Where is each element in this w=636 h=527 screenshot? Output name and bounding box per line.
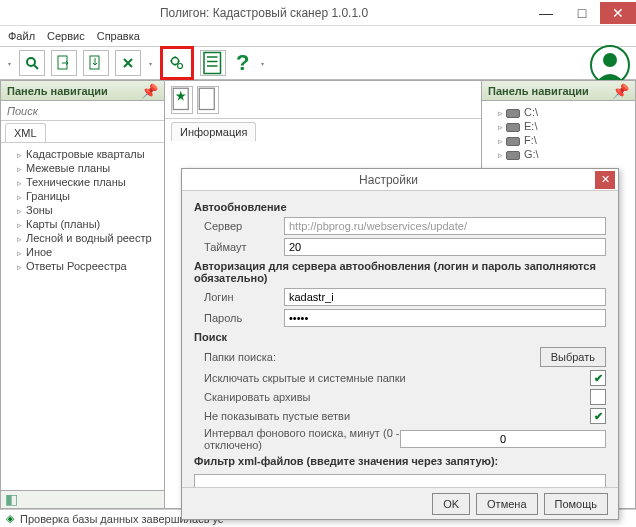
cancel-button[interactable]: Отмена — [476, 493, 537, 515]
next-doc-icon[interactable] — [51, 50, 77, 76]
login-input[interactable] — [284, 288, 606, 306]
dialog-close-icon[interactable]: ✕ — [595, 171, 615, 189]
close-button[interactable]: ✕ — [600, 2, 636, 24]
tree-item[interactable]: Границы — [7, 189, 158, 203]
opt-archive-label: Сканировать архивы — [194, 391, 590, 403]
opt-empty-label: Не показывать пустые ветви — [194, 410, 590, 422]
nav-tree: Кадастровые кварталы Межевые планы Техни… — [1, 143, 164, 490]
tree-item[interactable]: Кадастровые кварталы — [7, 147, 158, 161]
tab-xml[interactable]: XML — [5, 123, 46, 142]
filter-input[interactable] — [194, 474, 606, 487]
ok-button[interactable]: OK — [432, 493, 470, 515]
svg-line-1 — [34, 65, 38, 69]
settings-highlight — [160, 46, 194, 80]
window-title: Полигон: Кадастровый сканер 1.0.1.0 — [0, 6, 528, 20]
drive-icon — [506, 137, 520, 146]
dialog-title: Настройки — [182, 173, 595, 187]
left-nav-panel: Панель навигации📌 XML Кадастровые кварта… — [0, 80, 165, 509]
menu-service[interactable]: Сервис — [47, 30, 85, 42]
folders-label: Папки поиска: — [194, 351, 540, 363]
drive-item[interactable]: E:\ — [488, 119, 629, 133]
left-panel-title: Панель навигации — [7, 85, 108, 97]
svg-rect-10 — [204, 53, 221, 74]
drive-icon — [506, 123, 520, 132]
server-input[interactable] — [284, 217, 606, 235]
svg-point-0 — [27, 58, 35, 66]
tree-item[interactable]: Ответы Росреестра — [7, 259, 158, 273]
nav-search-input[interactable] — [1, 101, 164, 120]
maximize-button[interactable]: □ — [564, 2, 600, 24]
interval-label: Интервал фонового поиска, минут (0 - отк… — [194, 427, 400, 451]
tree-item[interactable]: Иное — [7, 245, 158, 259]
nav-footer-icon[interactable]: ◧ — [1, 490, 164, 508]
timeout-input[interactable] — [284, 238, 606, 256]
blank-doc-icon[interactable] — [197, 86, 219, 114]
choose-button[interactable]: Выбрать — [540, 347, 606, 367]
help-icon[interactable]: ? — [232, 50, 253, 76]
pin-icon[interactable]: 📌 — [612, 83, 629, 99]
delete-icon[interactable] — [115, 50, 141, 76]
right-panel-title: Панель навигации — [488, 85, 589, 97]
user-avatar-icon[interactable] — [590, 45, 630, 85]
opt-hidden-label: Исключать скрытые и системные папки — [194, 372, 590, 384]
section-search: Поиск — [194, 331, 606, 343]
menu-help[interactable]: Справка — [97, 30, 140, 42]
auth-note: Авторизация для сервера автообновления (… — [194, 260, 606, 284]
login-label: Логин — [194, 291, 284, 303]
password-label: Пароль — [194, 312, 284, 324]
tab-info[interactable]: Информация — [171, 122, 256, 141]
opt-archive-checkbox[interactable] — [590, 389, 606, 405]
tree-item[interactable]: Технические планы — [7, 175, 158, 189]
svg-point-15 — [603, 53, 617, 67]
drive-item[interactable]: C:\ — [488, 105, 629, 119]
help-button[interactable]: Помощь — [544, 493, 609, 515]
status-icon: ◈ — [6, 512, 14, 525]
toolbar: ▾ ▾ ? ▾ — [0, 46, 636, 80]
opt-hidden-checkbox[interactable]: ✔ — [590, 370, 606, 386]
tree-item[interactable]: Межевые планы — [7, 161, 158, 175]
section-filter: Фильтр xml-файлов (введите значения чере… — [194, 455, 606, 467]
svg-point-4 — [172, 58, 179, 65]
drive-icon — [506, 151, 520, 160]
list-doc-icon[interactable] — [200, 50, 226, 76]
password-input[interactable] — [284, 309, 606, 327]
opt-empty-checkbox[interactable]: ✔ — [590, 408, 606, 424]
tree-item[interactable]: Зоны — [7, 203, 158, 217]
interval-input[interactable] — [400, 430, 606, 448]
minimize-button[interactable]: — — [528, 2, 564, 24]
search-icon[interactable] — [19, 50, 45, 76]
svg-point-5 — [178, 64, 183, 69]
drive-item[interactable]: F:\ — [488, 133, 629, 147]
svg-rect-17 — [199, 88, 214, 109]
timeout-label: Таймаут — [194, 241, 284, 253]
menu-file[interactable]: Файл — [8, 30, 35, 42]
tree-item[interactable]: Карты (планы) — [7, 217, 158, 231]
pin-icon[interactable]: 📌 — [141, 83, 158, 99]
favorite-doc-icon[interactable] — [171, 86, 193, 114]
section-autoupdate: Автообновление — [194, 201, 606, 213]
menu-bar: Файл Сервис Справка — [0, 26, 636, 46]
drive-icon — [506, 109, 520, 118]
server-label: Сервер — [194, 220, 284, 232]
drive-item[interactable]: G:\ — [488, 147, 629, 161]
export-doc-icon[interactable] — [83, 50, 109, 76]
settings-dialog: Настройки ✕ Автообновление Сервер Таймау… — [181, 168, 619, 520]
settings-gear-icon[interactable] — [164, 50, 190, 76]
tree-item[interactable]: Лесной и водный реестр — [7, 231, 158, 245]
